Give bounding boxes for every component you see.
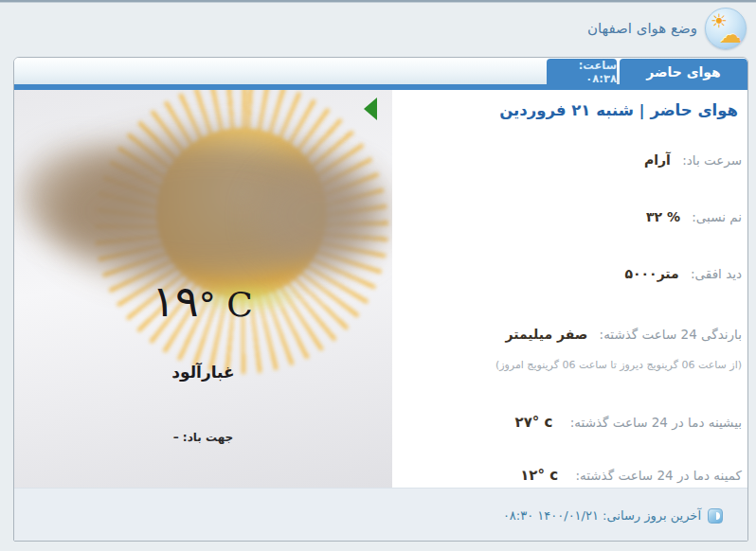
precipitation-row: بارندگی 24 ساعت گذشته: صفر میلیمتر <box>398 327 742 342</box>
dust-cloud-right <box>256 164 388 268</box>
min-temp-row: کمینه دما در 24 ساعت گذشته: ۱۲° c <box>398 467 742 484</box>
wind-speed-value: آرام <box>644 152 671 168</box>
max-temp-value: ۲۷° c <box>515 414 553 431</box>
condition-text: غبارآلود <box>14 363 392 382</box>
visibility-value: ۵۰۰۰متر <box>624 266 678 281</box>
min-temp-value: ۱۲° c <box>520 467 558 484</box>
footer: آخرین بروز رسانی: ۱۴۰۰/۰۱/۲۱ ۰۸:۳۰ <box>14 488 747 542</box>
humidity-value: ۳۲ % <box>646 209 680 224</box>
max-temp-row: بیشینه دما در 24 ساعت گذشته: ۲۷° c <box>398 414 742 431</box>
page-title: وضع هوای اصفهان <box>587 20 697 37</box>
visibility-label: دید افقی: <box>691 266 742 281</box>
tab-bar: ساعت: ۰۸:۳۸ هوای حاضر <box>14 58 747 84</box>
weather-widget: ساعت: ۰۸:۳۸ هوای حاضر هوای حاضر | شنبه ۲… <box>13 57 748 542</box>
humidity-row: نم نسبی: ۳۲ % <box>398 209 742 224</box>
wind-direction-text: جهت باد: – <box>14 431 392 444</box>
panel-title: هوای حاضر | شنبه ۲۱ فروردین <box>402 101 738 119</box>
time-label: ساعت: ۰۸:۳۸ <box>547 59 617 84</box>
current-conditions-panel: ۱۹° C غبارآلود جهت باد: – <box>14 90 392 488</box>
sun-cloud-icon: ☀ ☁ <box>705 8 747 49</box>
current-temperature: ۱۹° C <box>14 276 392 327</box>
content-area: هوای حاضر | شنبه ۲۱ فروردین سرعت باد: آر… <box>14 90 747 488</box>
precipitation-label: بارندگی 24 ساعت گذشته: <box>600 327 742 342</box>
precipitation-note: (از ساعت 06 گرینویج دیروز تا ساعت 06 گری… <box>398 359 742 371</box>
visibility-row: دید افقی: ۵۰۰۰متر <box>398 266 742 281</box>
update-icon <box>708 508 723 524</box>
title-arrow-icon <box>364 98 377 120</box>
humidity-label: نم نسبی: <box>692 209 742 224</box>
wind-speed-label: سرعت باد: <box>682 152 742 168</box>
min-temp-label: کمینه دما در 24 ساعت گذشته: <box>575 468 742 483</box>
cloud-icon: ☁ <box>719 22 742 48</box>
update-icon-glyph <box>712 512 720 520</box>
weather-details-panel: هوای حاضر | شنبه ۲۱ فروردین سرعت باد: آر… <box>392 90 747 488</box>
wind-speed-row: سرعت باد: آرام <box>398 152 742 168</box>
temperature-unit: ° C <box>199 285 255 324</box>
max-temp-label: بیشینه دما در 24 ساعت گذشته: <box>570 415 742 430</box>
precipitation-value: صفر میلیمتر <box>505 327 587 342</box>
site-header: ☀ ☁ وضع هوای اصفهان <box>0 3 756 54</box>
last-update-text: آخرین بروز رسانی: ۱۴۰۰/۰۱/۲۱ ۰۸:۳۰ <box>503 508 701 523</box>
temperature-value: ۱۹ <box>152 276 198 327</box>
tab-current-weather[interactable]: هوای حاضر <box>620 59 747 84</box>
